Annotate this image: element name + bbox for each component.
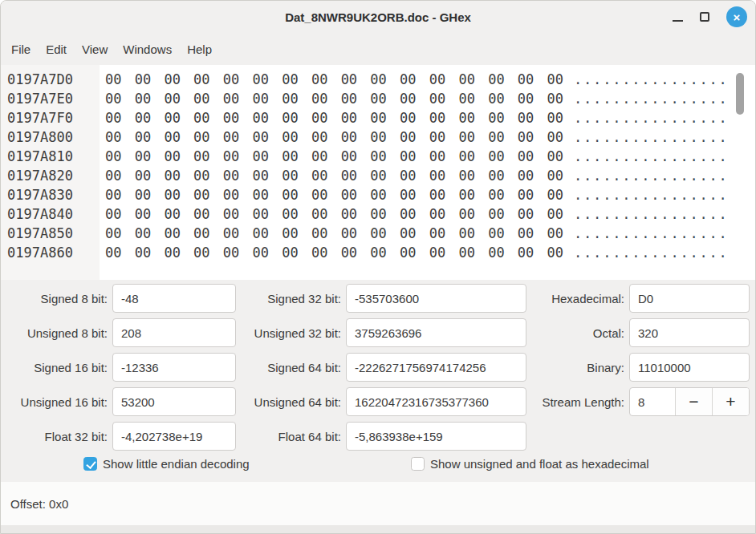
increase-button[interactable]: + bbox=[712, 388, 749, 415]
hex-row: 0197A7D000 00 00 00 00 00 00 00 00 00 00… bbox=[1, 70, 755, 89]
offset-label: 0197A860 bbox=[1, 243, 100, 262]
offset-status: Offset: 0x0 bbox=[10, 497, 68, 511]
float-64-bit-input[interactable]: -5,863938e+159 bbox=[346, 422, 526, 451]
ascii-bytes[interactable]: ................ bbox=[574, 70, 729, 89]
hex-rows: 0197A7D000 00 00 00 00 00 00 00 00 00 00… bbox=[1, 65, 755, 262]
unsigned-64-bit-label: Unsigned 64 bit: bbox=[249, 395, 341, 409]
offset-label: 0197A810 bbox=[1, 147, 100, 166]
hex-bytes[interactable]: 00 00 00 00 00 00 00 00 00 00 00 00 00 0… bbox=[105, 224, 563, 243]
signed-32-bit-input[interactable]: -535703600 bbox=[346, 284, 526, 313]
maximize-icon[interactable] bbox=[700, 12, 709, 22]
conversion-field: Unsigned 64 bit:16220472316735377360 bbox=[249, 387, 526, 416]
scrollbar-thumb[interactable] bbox=[736, 73, 744, 115]
hex-row: 0197A7F000 00 00 00 00 00 00 00 00 00 00… bbox=[1, 108, 755, 127]
hex-bytes[interactable]: 00 00 00 00 00 00 00 00 00 00 00 00 00 0… bbox=[105, 204, 563, 224]
unsigned-64-bit-input[interactable]: 16220472316735377360 bbox=[346, 387, 526, 416]
hex-bytes[interactable]: 00 00 00 00 00 00 00 00 00 00 00 00 00 0… bbox=[105, 185, 563, 204]
conversion-field: Octal:320 bbox=[533, 318, 750, 347]
octal-label: Octal: bbox=[533, 326, 624, 340]
hex-row: 0197A85000 00 00 00 00 00 00 00 00 00 00… bbox=[1, 224, 755, 243]
hex-row: 0197A84000 00 00 00 00 00 00 00 00 00 00… bbox=[1, 204, 755, 224]
hex-row: 0197A83000 00 00 00 00 00 00 00 00 00 00… bbox=[1, 185, 755, 204]
ascii-bytes[interactable]: ................ bbox=[574, 108, 729, 127]
offset-label: 0197A7D0 bbox=[1, 70, 100, 89]
window-title: Dat_8NWR9UK2ORB.doc - GHex bbox=[285, 10, 471, 24]
footer-strip bbox=[1, 525, 755, 534]
ghex-window: Dat_8NWR9UK2ORB.doc - GHex × FileEditVie… bbox=[0, 0, 756, 534]
conversion-field: Stream Length:8−+ bbox=[533, 387, 750, 416]
ascii-bytes[interactable]: ................ bbox=[574, 204, 729, 224]
menu-item-help[interactable]: Help bbox=[187, 42, 212, 56]
hex-bytes[interactable]: 00 00 00 00 00 00 00 00 00 00 00 00 00 0… bbox=[105, 243, 563, 262]
signed-8-bit-label: Signed 8 bit: bbox=[17, 292, 108, 305]
hexadecimal-input[interactable]: D0 bbox=[629, 284, 750, 313]
binary-label: Binary: bbox=[533, 361, 624, 374]
hex-bytes[interactable]: 00 00 00 00 00 00 00 00 00 00 00 00 00 0… bbox=[105, 127, 563, 147]
stream-length-input[interactable]: 8 bbox=[630, 388, 675, 415]
titlebar[interactable]: Dat_8NWR9UK2ORB.doc - GHex × bbox=[1, 1, 755, 33]
signed-16-bit-input[interactable]: -12336 bbox=[112, 353, 236, 382]
checkbox-icon[interactable] bbox=[411, 457, 425, 471]
hexadecimal-label: Hexadecimal: bbox=[533, 292, 624, 305]
ascii-bytes[interactable]: ................ bbox=[574, 89, 729, 108]
binary-input[interactable]: 11010000 bbox=[629, 353, 750, 382]
menu-item-view[interactable]: View bbox=[82, 42, 108, 56]
conversion-field: Unsigned 16 bit:53200 bbox=[17, 387, 236, 416]
unsigned-float-hex-checkbox[interactable]: Show unsigned and float as hexadecimal bbox=[411, 457, 649, 471]
minimize-icon[interactable] bbox=[673, 20, 683, 22]
offset-label: 0197A800 bbox=[1, 127, 100, 147]
hex-bytes[interactable]: 00 00 00 00 00 00 00 00 00 00 00 00 00 0… bbox=[105, 147, 563, 166]
hex-bytes[interactable]: 00 00 00 00 00 00 00 00 00 00 00 00 00 0… bbox=[105, 70, 563, 89]
offset-label: 0197A830 bbox=[1, 185, 100, 204]
ascii-bytes[interactable]: ................ bbox=[574, 147, 729, 166]
little-endian-checkbox[interactable]: Show little endian decoding bbox=[83, 457, 250, 471]
conversion-column-1: Signed 8 bit:-48Unsigned 8 bit:208Signed… bbox=[17, 284, 236, 451]
offset-label: 0197A7E0 bbox=[1, 89, 100, 108]
menu-item-file[interactable]: File bbox=[11, 42, 30, 56]
unsigned-8-bit-label: Unsigned 8 bit: bbox=[17, 326, 108, 340]
decrease-button[interactable]: − bbox=[675, 388, 712, 415]
signed-64-bit-label: Signed 64 bit: bbox=[249, 361, 341, 374]
conversion-field: Float 64 bit:-5,863938e+159 bbox=[249, 422, 526, 451]
hex-view: 0197A7D000 00 00 00 00 00 00 00 00 00 00… bbox=[1, 65, 755, 280]
conversion-field: Signed 64 bit:-2226271756974174256 bbox=[249, 353, 526, 382]
ascii-bytes[interactable]: ................ bbox=[574, 224, 729, 243]
close-icon[interactable]: × bbox=[726, 6, 747, 27]
ascii-bytes[interactable]: ................ bbox=[574, 166, 729, 185]
checkbox-row: Show little endian decoding Show unsigne… bbox=[17, 457, 755, 473]
offset-label: 0197A7F0 bbox=[1, 108, 100, 127]
signed-16-bit-label: Signed 16 bit: bbox=[17, 361, 108, 374]
hex-bytes[interactable]: 00 00 00 00 00 00 00 00 00 00 00 00 00 0… bbox=[105, 166, 563, 185]
unsigned-32-bit-input[interactable]: 3759263696 bbox=[346, 318, 526, 347]
offset-label: 0197A840 bbox=[1, 204, 100, 224]
hex-bytes[interactable]: 00 00 00 00 00 00 00 00 00 00 00 00 00 0… bbox=[105, 108, 563, 127]
conversion-field: Signed 8 bit:-48 bbox=[17, 284, 236, 313]
ascii-bytes[interactable]: ................ bbox=[574, 243, 729, 262]
unsigned-16-bit-input[interactable]: 53200 bbox=[112, 387, 236, 416]
offset-label: 0197A850 bbox=[1, 224, 100, 243]
float-32-bit-label: Float 32 bit: bbox=[17, 430, 108, 443]
conversion-grid: Signed 8 bit:-48Unsigned 8 bit:208Signed… bbox=[17, 284, 755, 451]
menu-item-windows[interactable]: Windows bbox=[123, 42, 172, 56]
conversion-column-3: Hexadecimal:D0Octal:320Binary:11010000St… bbox=[533, 284, 750, 416]
statusbar: Offset: 0x0 bbox=[1, 482, 755, 525]
checkbox-icon[interactable] bbox=[83, 457, 97, 471]
unsigned-8-bit-input[interactable]: 208 bbox=[112, 318, 236, 347]
float-32-bit-input[interactable]: -4,202738e+19 bbox=[112, 422, 236, 451]
signed-8-bit-input[interactable]: -48 bbox=[112, 284, 236, 313]
conversion-field: Binary:11010000 bbox=[533, 353, 750, 382]
ascii-bytes[interactable]: ................ bbox=[574, 185, 729, 204]
conversion-field: Hexadecimal:D0 bbox=[533, 284, 750, 313]
signed-32-bit-label: Signed 32 bit: bbox=[249, 292, 341, 305]
hex-bytes[interactable]: 00 00 00 00 00 00 00 00 00 00 00 00 00 0… bbox=[105, 89, 563, 108]
conversion-field: Unsigned 32 bit:3759263696 bbox=[249, 318, 526, 347]
ascii-bytes[interactable]: ................ bbox=[574, 127, 729, 147]
signed-64-bit-input[interactable]: -2226271756974174256 bbox=[346, 353, 526, 382]
menu-item-edit[interactable]: Edit bbox=[46, 42, 67, 56]
window-controls: × bbox=[673, 1, 747, 33]
octal-input[interactable]: 320 bbox=[629, 318, 750, 347]
hex-row: 0197A86000 00 00 00 00 00 00 00 00 00 00… bbox=[1, 243, 755, 262]
stream-length-stepper: 8−+ bbox=[629, 387, 750, 416]
hex-row: 0197A82000 00 00 00 00 00 00 00 00 00 00… bbox=[1, 166, 755, 185]
unsigned-32-bit-label: Unsigned 32 bit: bbox=[249, 326, 341, 340]
